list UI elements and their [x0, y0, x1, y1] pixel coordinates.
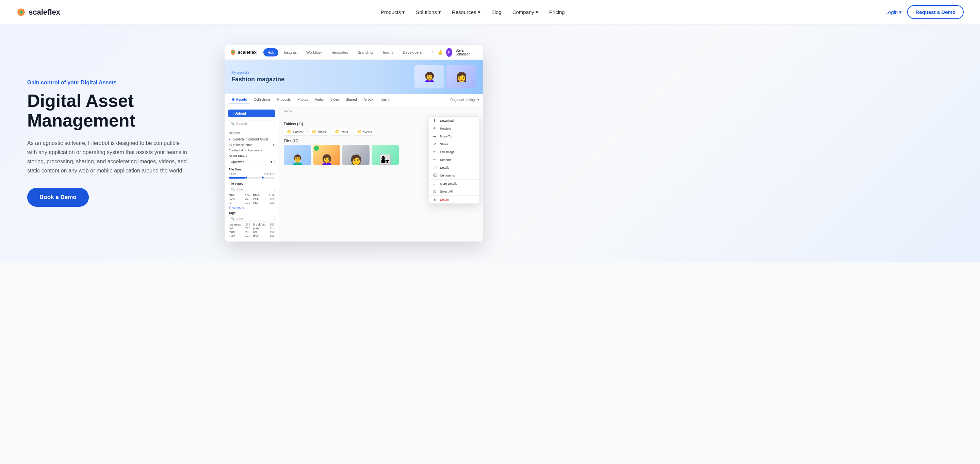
- sidebar-status-dropdown[interactable]: Approved ▾: [224, 158, 279, 166]
- nav-blog[interactable]: Blog: [492, 9, 501, 15]
- app-nav-tabs: Hub Insights Workflow Templates Branding…: [263, 48, 428, 56]
- app-tab-hub[interactable]: Hub: [263, 48, 278, 56]
- tag-car[interactable]: car192: [253, 230, 275, 234]
- banner-person-2: 👩: [447, 65, 476, 89]
- file-type-jpg[interactable]: JPG4.5k: [229, 194, 250, 197]
- hero-title: Digital Asset Management: [27, 91, 204, 130]
- bell-icon[interactable]: 🔔: [438, 50, 443, 55]
- file-image-1: 👨‍🦱: [284, 145, 311, 165]
- folder-shoes[interactable]: 📁 shoes: [309, 128, 329, 136]
- tb-tab-products[interactable]: Products: [274, 96, 294, 103]
- tag-business[interactable]: business332: [229, 223, 250, 226]
- folder-icons[interactable]: 📁 icons: [332, 128, 351, 136]
- request-demo-button[interactable]: Request a Demo: [907, 5, 964, 19]
- tag-truck[interactable]: truck170: [229, 234, 250, 237]
- sidebar-tags-list: business332 breakfast253 red220 plant214…: [224, 222, 279, 238]
- app-banner: My project ▾ Fashion magazine 👩‍🦱 👩: [224, 60, 483, 94]
- app-tab-branding[interactable]: Branding: [353, 48, 377, 56]
- nav-actions: Login ▾ Request a Demo: [885, 5, 964, 19]
- help-icon[interactable]: ?: [432, 50, 434, 55]
- hero-section: Gain control of your Digital Assets Digi…: [0, 24, 980, 262]
- file-thumb-4[interactable]: 👩‍👧: [372, 145, 399, 165]
- tb-tab-video[interactable]: Video: [327, 96, 342, 103]
- avatar[interactable]: D: [446, 48, 452, 57]
- nav-pricing[interactable]: Pricing: [549, 9, 565, 15]
- chevron-down-icon: ▾: [248, 72, 250, 75]
- sidebar-search-current[interactable]: ● Search in current folder: [224, 136, 279, 143]
- ctx-download[interactable]: ⬇ Download: [429, 117, 479, 124]
- tb-tab-collections[interactable]: Collections: [250, 96, 274, 103]
- file-type-ai[interactable]: AI122: [229, 201, 250, 205]
- assets-dot: [232, 98, 234, 101]
- file-thumb-3[interactable]: 🧑: [342, 145, 369, 165]
- ctx-share[interactable]: ↗ Share ›: [429, 140, 479, 148]
- folder-events[interactable]: 📁 events: [354, 128, 375, 136]
- app-tab-insights[interactable]: Insights: [280, 48, 301, 56]
- ctx-rename[interactable]: ✏ Rename: [429, 156, 479, 164]
- folder-clothes[interactable]: 📁 clothes: [284, 128, 306, 136]
- file-thumb-2[interactable]: ✓ 👩‍🦱: [313, 145, 340, 165]
- tb-tab-trash[interactable]: Trash: [377, 96, 392, 103]
- chevron-down-icon: ▾: [422, 51, 424, 54]
- app-tab-developers[interactable]: Developers▾: [399, 48, 428, 56]
- sidebar-tags-label: Tags: [224, 210, 279, 215]
- nav-solutions[interactable]: Solutions ▾: [416, 9, 441, 15]
- select-all-icon: ☑: [433, 189, 437, 193]
- file-thumb-1[interactable]: 👨‍🦱: [284, 145, 311, 165]
- sidebar-filter-terms[interactable]: All of these terms ▾: [224, 143, 279, 147]
- file-type-psd[interactable]: PSD122: [253, 197, 275, 201]
- sidebar-file-size-slider[interactable]: [224, 176, 279, 181]
- ctx-edit-image[interactable]: ✏ Edit Image: [429, 148, 479, 156]
- ctx-preview[interactable]: 👁 Preview: [429, 124, 479, 132]
- login-button[interactable]: Login ▾: [885, 9, 902, 15]
- book-demo-button[interactable]: Book a Demo: [27, 188, 89, 207]
- app-toolbar-tabs: Assets Collections Products Photos Audio…: [229, 96, 392, 103]
- nav-products[interactable]: Products ▾: [381, 9, 405, 15]
- nav-company[interactable]: Company ▾: [512, 9, 538, 15]
- tag-red[interactable]: red220: [229, 227, 250, 230]
- file-type-png[interactable]: PNG1.1k: [253, 194, 275, 197]
- app-tab-teams[interactable]: Teams: [378, 48, 397, 56]
- ctx-more-details-label-row: … More Details: [433, 182, 457, 185]
- nav-links: Products ▾ Solutions ▾ Resources ▾ Blog …: [381, 9, 565, 15]
- details-icon: 📄: [433, 166, 437, 169]
- chevron-right-icon: ›: [474, 143, 476, 146]
- app-main: Home Sort by: Name ⇅ ⊞ ≡ ⚙ Folders (11) …: [279, 106, 483, 242]
- sidebar-file-type-search[interactable]: 🔍 Other: [224, 186, 279, 193]
- hero-left: Gain control of your Digital Assets Digi…: [27, 79, 204, 207]
- tag-breakfast[interactable]: breakfast253: [253, 223, 275, 226]
- file-type-svg[interactable]: SVG445: [229, 197, 250, 201]
- app-nav: scaleflex Hub Insights Workflow Template…: [224, 45, 483, 60]
- sidebar-search[interactable]: 🔍 Search: [228, 120, 275, 127]
- app-toolbar-right: Regional settings ▾: [450, 98, 479, 102]
- tb-tab-photos[interactable]: Photos: [294, 96, 311, 103]
- sidebar-tags-search[interactable]: 🔍 Other: [224, 215, 279, 222]
- chevron-down-icon: ▾: [402, 9, 405, 15]
- upload-button[interactable]: ↑ Upload: [228, 110, 275, 118]
- show-more-file-types[interactable]: Show more: [224, 205, 279, 210]
- tb-tab-assets[interactable]: Assets: [229, 96, 250, 103]
- ctx-more-details[interactable]: … More Details ›: [429, 179, 479, 188]
- chevron-down-icon: ▾: [270, 160, 272, 164]
- tag-food[interactable]: food205: [229, 230, 250, 234]
- tag-plant[interactable]: plant214: [253, 227, 275, 230]
- tb-tab-audio[interactable]: Audio: [311, 96, 327, 103]
- nav-resources[interactable]: Resources ▾: [452, 9, 480, 15]
- ctx-delete[interactable]: 🗑 Delete: [429, 195, 479, 203]
- logo-icon: [16, 8, 26, 17]
- tb-tab-airbox[interactable]: Airbox: [360, 96, 377, 103]
- logo[interactable]: scaleflex: [16, 8, 60, 17]
- app-tab-workflow[interactable]: Workflow: [302, 48, 326, 56]
- tag-disk[interactable]: disk166: [253, 234, 275, 237]
- ctx-details[interactable]: 📄 Details: [429, 164, 479, 172]
- ctx-move-to[interactable]: ➡ Move To: [429, 132, 479, 140]
- app-banner-content: My project ▾ Fashion magazine: [231, 71, 285, 83]
- ctx-select-all[interactable]: ☑ Select All: [429, 188, 479, 195]
- app-tab-templates[interactable]: Templates: [327, 48, 352, 56]
- tb-tab-shared[interactable]: Shared: [342, 96, 360, 103]
- sidebar-general-label: General: [224, 130, 279, 136]
- rename-icon: ✏: [433, 158, 437, 162]
- file-type-pdf[interactable]: PDF121: [253, 201, 275, 205]
- chevron-down-icon: ▾: [899, 9, 902, 15]
- ctx-comments[interactable]: 💬 Comments: [429, 172, 479, 179]
